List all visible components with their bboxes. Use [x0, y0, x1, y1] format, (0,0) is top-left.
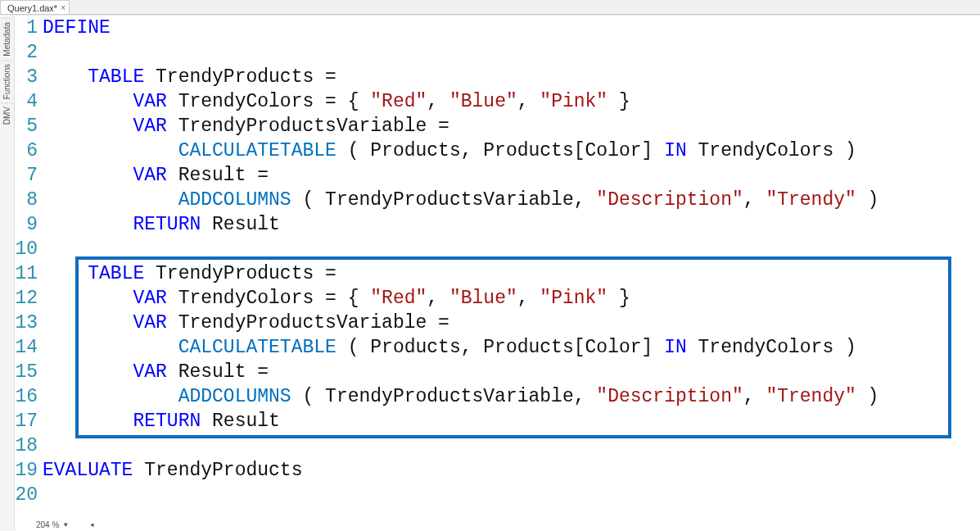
token: [43, 140, 178, 161]
code-line[interactable]: ADDCOLUMNS ( TrendyProductsVariable, "De…: [43, 188, 980, 212]
token: [43, 312, 133, 334]
editor[interactable]: 1234567891011121314151617181920 DEFINE T…: [15, 15, 980, 531]
code-area[interactable]: DEFINE TABLE TrendyProducts = VAR Trendy…: [43, 16, 980, 518]
token: }: [607, 91, 630, 112]
token: "Trendy": [765, 386, 856, 407]
file-tab-label: Query1.dax*: [7, 3, 57, 13]
code-line[interactable]: TABLE TrendyProducts =: [43, 261, 980, 286]
token: VAR: [133, 361, 166, 383]
code-line[interactable]: [43, 40, 980, 65]
token: TABLE: [88, 263, 144, 284]
line-number: 16: [15, 384, 38, 409]
code-line[interactable]: VAR TrendyProductsVariable =: [43, 114, 980, 138]
line-number: 7: [15, 163, 38, 188]
token: ( Products, Products[Color]: [336, 140, 664, 161]
token: IN: [664, 140, 687, 161]
line-number: 12: [15, 286, 38, 311]
line-number: 4: [15, 89, 38, 114]
chevron-left-icon[interactable]: ◂: [90, 520, 94, 529]
tab-bar: Query1.dax* ×: [0, 0, 980, 15]
code-line[interactable]: VAR TrendyProductsVariable =: [43, 311, 980, 335]
line-number: 2: [15, 40, 38, 65]
side-tab-functions[interactable]: Functions: [1, 60, 13, 102]
side-panel: Metadata Functions DMV: [0, 15, 15, 531]
token: ( TrendyProductsVariable,: [291, 386, 597, 407]
token: "Blue": [449, 91, 517, 112]
line-number-gutter: 1234567891011121314151617181920: [15, 16, 43, 518]
code-line[interactable]: VAR Result =: [43, 163, 980, 188]
token: DEFINE: [43, 17, 111, 39]
token: "Blue": [449, 288, 517, 309]
token: ADDCOLUMNS: [178, 386, 291, 407]
token: "Red": [370, 288, 427, 309]
token: Result =: [167, 361, 280, 383]
token: VAR: [133, 165, 166, 186]
file-tab[interactable]: Query1.dax* ×: [0, 0, 70, 14]
token: [43, 66, 88, 88]
token: TrendyProducts =: [144, 263, 347, 284]
token: ,: [517, 288, 540, 309]
token: Result: [201, 214, 280, 235]
token: "Pink": [540, 91, 607, 112]
code-line[interactable]: [43, 237, 980, 261]
token: VAR: [133, 116, 166, 137]
code-line[interactable]: ADDCOLUMNS ( TrendyProductsVariable, "De…: [43, 384, 980, 409]
token: Result: [201, 411, 280, 432]
token: [43, 91, 133, 112]
status-bar: 204 % ▼ ◂: [29, 518, 980, 531]
code-line[interactable]: DEFINE: [43, 16, 980, 40]
code-line[interactable]: [43, 483, 980, 507]
token: ,: [427, 288, 449, 309]
token: IN: [664, 337, 687, 358]
line-number: 8: [15, 188, 38, 212]
line-number: 5: [15, 114, 38, 138]
token: "Trendy": [765, 189, 856, 211]
token: "Red": [370, 91, 427, 112]
token: RETURN: [133, 411, 201, 432]
token: TrendyProductsVariable =: [167, 116, 461, 137]
line-number: 1: [15, 16, 38, 40]
token: ): [856, 386, 879, 407]
token: CALCULATETABLE: [178, 337, 336, 358]
token: }: [607, 288, 630, 309]
token: RETURN: [133, 214, 201, 235]
code-line[interactable]: EVALUATE TrendyProducts: [43, 458, 980, 483]
line-number: 6: [15, 138, 38, 163]
token: [43, 189, 178, 211]
token: ,: [517, 91, 540, 112]
line-number: 20: [15, 483, 38, 507]
token: "Description": [596, 386, 743, 407]
close-icon[interactable]: ×: [61, 3, 65, 12]
token: ADDCOLUMNS: [178, 189, 291, 211]
code-line[interactable]: VAR TrendyColors = { "Red", "Blue", "Pin…: [43, 286, 980, 311]
line-number: 13: [15, 311, 38, 335]
zoom-level[interactable]: 204 %: [36, 520, 59, 529]
code-line[interactable]: RETURN Result: [43, 409, 980, 433]
token: [43, 263, 88, 284]
token: "Pink": [540, 288, 607, 309]
token: TrendyColors ): [687, 337, 856, 358]
token: [43, 411, 133, 432]
line-number: 10: [15, 237, 38, 261]
token: [43, 288, 133, 309]
token: VAR: [133, 312, 166, 334]
code-line[interactable]: CALCULATETABLE ( Products, Products[Colo…: [43, 138, 980, 163]
line-number: 3: [15, 65, 38, 89]
line-number: 9: [15, 212, 38, 237]
code-line[interactable]: CALCULATETABLE ( Products, Products[Colo…: [43, 335, 980, 360]
code-line[interactable]: TABLE TrendyProducts =: [43, 65, 980, 89]
token: ,: [743, 386, 766, 407]
side-tab-metadata[interactable]: Metadata: [1, 18, 13, 60]
chevron-down-icon[interactable]: ▼: [62, 521, 69, 529]
code-line[interactable]: [43, 433, 980, 458]
code-line[interactable]: VAR TrendyColors = { "Red", "Blue", "Pin…: [43, 89, 980, 114]
token: TrendyProductsVariable =: [167, 312, 461, 334]
side-tab-dmv[interactable]: DMV: [1, 102, 13, 128]
token: [43, 337, 178, 358]
token: [43, 386, 178, 407]
code-line[interactable]: RETURN Result: [43, 212, 980, 237]
code-line[interactable]: VAR Result =: [43, 360, 980, 384]
token: ): [856, 189, 879, 211]
token: [43, 214, 133, 235]
line-number: 14: [15, 335, 38, 360]
